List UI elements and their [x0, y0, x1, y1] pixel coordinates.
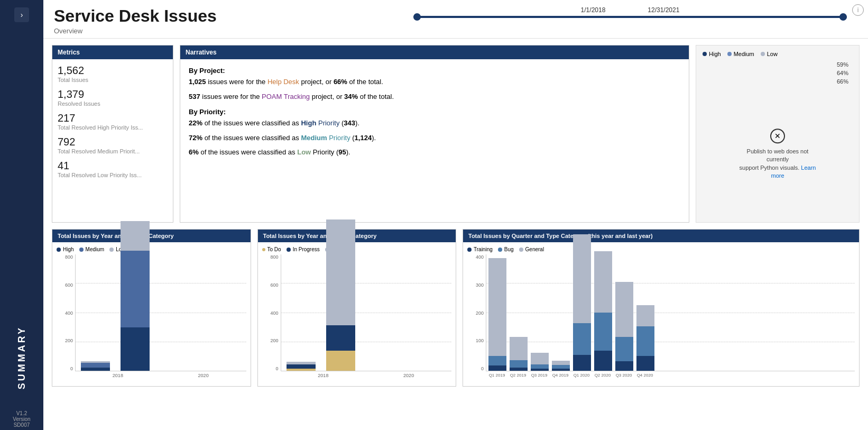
chart-status-bars	[281, 254, 452, 371]
chart-priority-body: High Medium Low 800 600 400	[52, 242, 251, 386]
bar-2020	[121, 221, 150, 371]
python-legend: High Medium Low	[696, 45, 859, 57]
legend-general: General	[519, 246, 544, 252]
narratives-panel: Narratives By Project: 1,025 issues were…	[180, 45, 689, 223]
chart-type-body: Training Bug General 400 300 2	[463, 242, 859, 386]
legend-todo: To Do	[262, 246, 281, 252]
narr-priority-line3: 6% of the issues were classified as Low …	[189, 147, 680, 158]
date-labels: 1/1/2018 12/31/2021	[581, 6, 680, 14]
chart-status-body: To Do In Progress Done 800 600	[258, 242, 456, 386]
chart-type-header: Total Issues by Quarter and Type Categor…	[463, 230, 859, 242]
date-slider[interactable]	[413, 16, 847, 18]
charts-row: Total Issues by Year and Priority Catego…	[43, 229, 868, 393]
narr-project-line1: 1,025 issues were for the Help Desk proj…	[189, 77, 680, 87]
date-range-filter[interactable]: 1/1/2018 12/31/2021	[413, 6, 847, 18]
status-bar-2020	[326, 219, 355, 371]
chart-status-header: Total Issues by Year and Status Category	[258, 230, 456, 242]
x-labels-priority: 2018 2020	[75, 371, 246, 382]
stacked-status-2018	[287, 362, 316, 371]
info-icon[interactable]: i	[852, 4, 864, 16]
python-message: Publish to web does not currentlysupport…	[737, 148, 818, 180]
page-subtitle: Overview	[54, 27, 857, 35]
slider-thumb-right[interactable]	[839, 13, 847, 21]
chart-type-area: 400 300 200 100 0	[467, 254, 855, 382]
python-overlay: ✕ Publish to web does not currentlysuppo…	[737, 129, 818, 180]
legend-medium: Medium	[727, 51, 754, 57]
sidebar: › SUMMARY V1.2 Version SD007	[0, 0, 43, 430]
narr-project-heading: By Project:	[189, 67, 680, 75]
type-bar-q32019	[531, 353, 549, 371]
pct-row-1: 59%	[707, 61, 848, 68]
header: Service Desk Issues Overview 1/1/2018 12…	[43, 0, 868, 39]
bar-high-2018	[81, 368, 110, 371]
bar-high-2020	[121, 327, 150, 371]
pct-row-3: 66%	[707, 78, 848, 85]
stacked-bar-2018	[81, 361, 110, 371]
chart-type: Total Issues by Quarter and Type Categor…	[463, 229, 860, 387]
narr-by-project: By Project: 1,025 issues were for the He…	[189, 67, 680, 102]
version-info: V1.2 Version SD007	[13, 410, 30, 428]
type-bar-q22019	[510, 337, 528, 371]
status-bar-2018	[287, 362, 316, 371]
metrics-header: Metrics	[52, 45, 173, 59]
close-circle-icon: ✕	[770, 129, 785, 143]
bar-2018	[81, 361, 110, 371]
type-bar-q12020	[573, 234, 591, 371]
metric-medium-priority: 792 Total Resolved Medium Priorit...	[58, 136, 168, 154]
x-labels-type: Q1 2019 Q2 2019 Q3 2019 Q4 2019 Q1 2020 …	[486, 371, 855, 382]
narr-by-priority: By Priority: 22% of the issues were clas…	[189, 108, 680, 158]
legend-high: High	[703, 51, 721, 57]
legend-bug: Bug	[498, 246, 514, 252]
legend-inprogress: In Progress	[287, 246, 320, 252]
metric-high-priority: 217 Total Resolved High Priority Iss...	[58, 112, 168, 131]
type-bar-q12019	[488, 258, 506, 371]
narr-priority-heading: By Priority:	[189, 108, 680, 116]
chart-priority-area: 800 600 400 200 0	[57, 254, 246, 382]
chart-priority-bars	[75, 254, 246, 371]
chart-type-bars	[486, 254, 855, 371]
narr-project-line2: 537 issues were for the POAM Tracking pr…	[189, 92, 680, 102]
pct-row-2: 64%	[707, 70, 848, 76]
y-axis-type: 400 300 200 100 0	[467, 254, 486, 371]
panels-row: Metrics 1,562 Total Issues 1,379 Resolve…	[43, 39, 868, 229]
type-bar-q32020	[615, 282, 633, 371]
chart-type-legend: Training Bug General	[467, 246, 855, 252]
metric-resolved-issues: 1,379 Resolved Issues	[58, 88, 168, 107]
metric-low-priority: 41 Total Resolved Low Priority Iss...	[58, 160, 168, 178]
chart-status-legend: To Do In Progress Done	[262, 246, 452, 252]
bar-med-2020	[121, 251, 150, 327]
x-label-2020: 2020	[166, 371, 241, 382]
collapse-button[interactable]: ›	[14, 7, 29, 22]
type-bar-q42019	[552, 361, 570, 371]
slider-thumb-left[interactable]	[413, 13, 421, 21]
y-axis-status: 800 600 400 200 0	[262, 254, 281, 371]
type-bar-q22020	[594, 251, 612, 371]
chart-priority: Total Issues by Year and Priority Catego…	[52, 229, 251, 387]
chart-status: Total Issues by Year and Status Category…	[257, 229, 457, 387]
learn-more-link[interactable]: Learn more	[771, 164, 816, 179]
x-label-2018: 2018	[80, 371, 155, 382]
narratives-body: By Project: 1,025 issues were for the He…	[180, 59, 689, 171]
type-bar-q42020	[636, 305, 654, 371]
sidebar-label: SUMMARY	[16, 326, 27, 389]
main-content: Service Desk Issues Overview 1/1/2018 12…	[43, 0, 868, 430]
x-labels-status: 2018 2020	[281, 371, 452, 382]
python-visual-panel: High Medium Low 59% 64%	[696, 45, 860, 223]
metric-total-issues: 1,562 Total Issues	[58, 65, 168, 83]
stacked-status-2020	[326, 219, 355, 371]
metrics-panel: Metrics 1,562 Total Issues 1,379 Resolve…	[52, 45, 173, 223]
narr-priority-line1: 22% of the issues were classified as Hig…	[189, 118, 680, 129]
y-axis: 800 600 400 200 0	[57, 254, 75, 371]
legend-training: Training	[467, 246, 493, 252]
legend-medium: Medium	[79, 246, 105, 252]
legend-high: High	[57, 246, 74, 252]
narratives-header: Narratives	[180, 45, 689, 59]
chart-priority-legend: High Medium Low	[57, 246, 246, 252]
stacked-bar-2020	[121, 221, 150, 371]
chart-status-area: 800 600 400 200 0	[262, 254, 452, 382]
legend-low: Low	[761, 51, 778, 57]
narr-priority-line2: 72% of the issues were classified as Med…	[189, 133, 680, 143]
metrics-body: 1,562 Total Issues 1,379 Resolved Issues…	[52, 59, 173, 189]
bar-med-2018	[81, 363, 110, 368]
chart-priority-header: Total Issues by Year and Priority Catego…	[52, 230, 251, 242]
